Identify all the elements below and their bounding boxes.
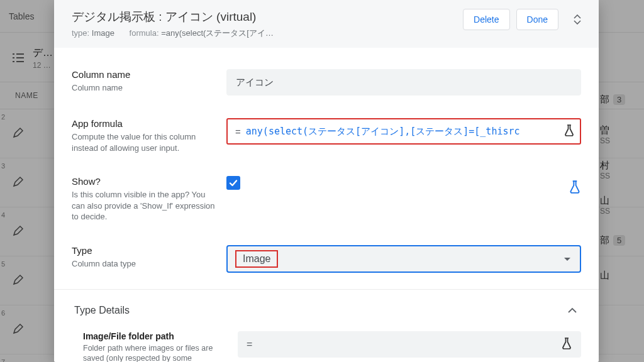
show-flask-icon[interactable] — [569, 180, 581, 196]
field-show: Show? Is this column visible in the app?… — [72, 168, 581, 238]
show-label: Show? — [72, 176, 215, 187]
field-column-name: Column name Column name アイコン — [72, 62, 581, 111]
app-formula-help: Compute the value for this column instea… — [72, 131, 215, 153]
done-button[interactable]: Done — [516, 9, 558, 30]
dialog-header: デジタル掲示板 : アイコン (virtual) type: Image for… — [54, 0, 599, 48]
column-name-input[interactable]: アイコン — [226, 69, 581, 96]
folder-path-help: Folder path where images or files are sa… — [83, 343, 226, 362]
app-formula-label: App formula — [72, 118, 215, 129]
type-details-section[interactable]: Type Details — [72, 290, 581, 322]
equals-sign: = — [247, 339, 252, 350]
flask-icon[interactable] — [561, 337, 572, 352]
show-checkbox[interactable] — [226, 176, 240, 190]
dialog-subtitle: type: Image formula: =any(select(ステータス[ア… — [72, 28, 463, 39]
field-type: Type Column data type Image — [72, 238, 581, 284]
expand-toggle[interactable] — [570, 11, 585, 28]
field-app-formula: App formula Compute the value for this c… — [72, 111, 581, 168]
type-details-label: Type Details — [74, 305, 564, 316]
folder-path-label: Image/File folder path — [83, 331, 226, 341]
field-folder-path: Image/File folder path Folder path where… — [72, 322, 581, 362]
folder-path-input[interactable]: = — [238, 331, 581, 358]
column-settings-dialog: デジタル掲示板 : アイコン (virtual) type: Image for… — [54, 0, 599, 362]
column-name-help: Column name — [72, 82, 215, 94]
type-help: Column data type — [72, 258, 215, 270]
show-help: Is this column visible in the app? You c… — [72, 189, 215, 222]
chevron-up-icon[interactable] — [564, 301, 581, 320]
type-value: Image — [235, 250, 278, 268]
flask-icon[interactable] — [564, 124, 575, 139]
caret-down-icon — [564, 253, 571, 265]
delete-button[interactable]: Delete — [463, 9, 509, 30]
dialog-body: Column name Column name アイコン App formula… — [54, 48, 599, 362]
formula-text: any(select(ステータス[アイコン],[ステータス]=[_thisrc — [246, 126, 520, 138]
type-label: Type — [72, 245, 215, 256]
dialog-title: デジタル掲示板 : アイコン (virtual) — [72, 9, 463, 25]
app-formula-input[interactable]: = any(select(ステータス[アイコン],[ステータス]=[_thisr… — [226, 118, 581, 145]
type-select[interactable]: Image — [226, 245, 581, 273]
equals-sign: = — [235, 126, 241, 137]
column-name-label: Column name — [72, 69, 215, 80]
